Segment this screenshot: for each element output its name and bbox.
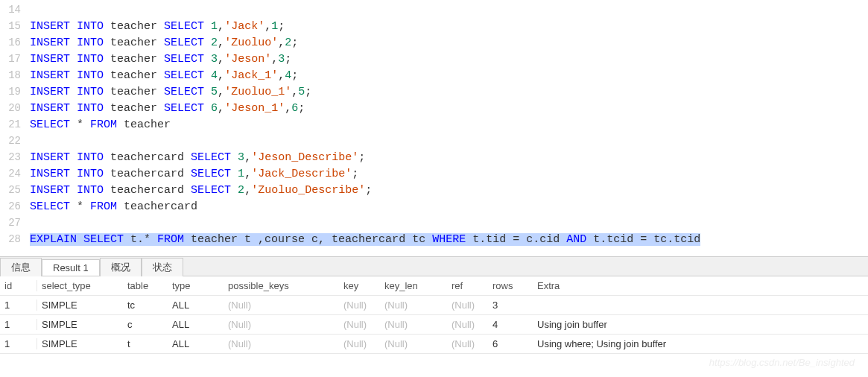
code-line[interactable]: 19INSERT INTO teacher SELECT 5,'Zuoluo_1… bbox=[0, 83, 868, 100]
tab-概况[interactable]: 概况 bbox=[100, 258, 142, 276]
line-number: 27 bbox=[0, 217, 30, 229]
grid-cell[interactable]: 6 bbox=[488, 338, 533, 349]
grid-cell[interactable]: 4 bbox=[488, 319, 533, 330]
code-content[interactable]: SELECT * FROM teacher bbox=[30, 118, 171, 131]
grid-cell[interactable]: ALL bbox=[168, 338, 224, 349]
column-header[interactable]: key bbox=[339, 280, 380, 291]
line-number: 22 bbox=[0, 135, 30, 147]
grid-cell[interactable]: ALL bbox=[168, 319, 224, 330]
column-header[interactable]: select_type bbox=[37, 280, 123, 291]
line-number: 15 bbox=[0, 20, 30, 32]
code-line[interactable]: 26SELECT * FROM teachercard bbox=[0, 198, 868, 215]
grid-cell[interactable]: (Null) bbox=[380, 338, 447, 349]
code-line[interactable]: 15INSERT INTO teacher SELECT 1,'Jack',1; bbox=[0, 18, 868, 34]
line-number: 26 bbox=[0, 200, 30, 212]
grid-cell[interactable]: (Null) bbox=[447, 300, 488, 311]
code-line[interactable]: 24INSERT INTO teachercard SELECT 1,'Jack… bbox=[0, 165, 868, 182]
grid-cell[interactable]: (Null) bbox=[380, 300, 447, 311]
sql-editor[interactable]: 1415INSERT INTO teacher SELECT 1,'Jack',… bbox=[0, 0, 868, 249]
code-line[interactable]: 20INSERT INTO teacher SELECT 6,'Jeson_1'… bbox=[0, 100, 868, 116]
code-line[interactable]: 16INSERT INTO teacher SELECT 2,'Zuoluo',… bbox=[0, 34, 868, 51]
column-header[interactable]: table bbox=[123, 280, 168, 291]
table-row[interactable]: 1SIMPLEtcALL(Null)(Null)(Null)(Null)3 bbox=[0, 296, 868, 315]
line-number: 17 bbox=[0, 53, 30, 65]
results-panel: 信息Result 1概况状态 idselect_typetabletypepos… bbox=[0, 256, 868, 354]
grid-cell[interactable]: t bbox=[123, 338, 168, 349]
code-content[interactable]: EXPLAIN SELECT t.* FROM teacher t ,cours… bbox=[30, 233, 700, 246]
column-header[interactable]: ref bbox=[447, 280, 488, 291]
table-row[interactable]: 1SIMPLEtALL(Null)(Null)(Null)(Null)6Usin… bbox=[0, 335, 868, 354]
code-line[interactable]: 27 bbox=[0, 215, 868, 231]
column-header[interactable]: possible_keys bbox=[224, 280, 339, 291]
column-header[interactable]: key_len bbox=[380, 280, 447, 291]
tab-result-1[interactable]: Result 1 bbox=[42, 259, 100, 276]
code-content[interactable]: INSERT INTO teacher SELECT 3,'Jeson',3; bbox=[30, 53, 291, 66]
line-number: 28 bbox=[0, 233, 30, 245]
code-line[interactable]: 18INSERT INTO teacher SELECT 4,'Jack_1',… bbox=[0, 67, 868, 83]
code-line[interactable]: 25INSERT INTO teachercard SELECT 2,'Zuol… bbox=[0, 182, 868, 198]
grid-cell[interactable]: 1 bbox=[0, 319, 37, 330]
grid-cell[interactable]: 1 bbox=[0, 338, 37, 349]
tab-信息[interactable]: 信息 bbox=[0, 258, 42, 276]
grid-cell[interactable]: 3 bbox=[488, 300, 533, 311]
column-header[interactable]: rows bbox=[488, 280, 533, 291]
line-number: 23 bbox=[0, 151, 30, 163]
code-content[interactable]: INSERT INTO teachercard SELECT 3,'Jeson_… bbox=[30, 151, 365, 164]
code-content[interactable]: SELECT * FROM teachercard bbox=[30, 200, 197, 213]
code-content[interactable]: INSERT INTO teacher SELECT 5,'Zuoluo_1',… bbox=[30, 86, 311, 98]
line-number: 24 bbox=[0, 168, 30, 180]
code-content[interactable]: INSERT INTO teacher SELECT 2,'Zuoluo',2; bbox=[30, 37, 298, 49]
grid-cell[interactable]: (Null) bbox=[339, 319, 380, 330]
line-number: 16 bbox=[0, 37, 30, 48]
code-line[interactable]: 22 bbox=[0, 133, 868, 149]
grid-cell[interactable]: (Null) bbox=[339, 300, 380, 311]
grid-cell[interactable]: (Null) bbox=[447, 338, 488, 349]
grid-cell[interactable]: Using where; Using join buffer bbox=[533, 338, 756, 349]
grid-cell[interactable]: 1 bbox=[0, 300, 37, 311]
grid-cell[interactable]: tc bbox=[123, 300, 168, 311]
grid-header-row: idselect_typetabletypepossible_keyskeyke… bbox=[0, 276, 868, 296]
tab-状态[interactable]: 状态 bbox=[142, 258, 183, 276]
code-line[interactable]: 21SELECT * FROM teacher bbox=[0, 116, 868, 133]
line-number: 25 bbox=[0, 184, 30, 196]
line-number: 19 bbox=[0, 86, 30, 98]
code-content[interactable]: INSERT INTO teachercard SELECT 2,'Zuoluo… bbox=[30, 184, 372, 197]
grid-cell[interactable]: SIMPLE bbox=[37, 300, 123, 311]
grid-cell[interactable]: (Null) bbox=[339, 338, 380, 349]
code-content[interactable]: INSERT INTO teacher SELECT 1,'Jack',1; bbox=[30, 20, 285, 33]
grid-cell[interactable]: ALL bbox=[168, 300, 224, 311]
column-header[interactable]: type bbox=[168, 280, 224, 291]
grid-cell[interactable]: c bbox=[123, 319, 168, 330]
code-content[interactable]: INSERT INTO teacher SELECT 6,'Jeson_1',6… bbox=[30, 102, 305, 115]
result-grid[interactable]: idselect_typetabletypepossible_keyskeyke… bbox=[0, 276, 868, 354]
code-line[interactable]: 28EXPLAIN SELECT t.* FROM teacher t ,cou… bbox=[0, 231, 868, 247]
table-row[interactable]: 1SIMPLEcALL(Null)(Null)(Null)(Null)4Usin… bbox=[0, 315, 868, 335]
column-header[interactable]: Extra bbox=[533, 280, 756, 291]
grid-cell[interactable]: (Null) bbox=[224, 338, 339, 349]
code-content[interactable]: INSERT INTO teachercard SELECT 1,'Jack_D… bbox=[30, 168, 358, 180]
grid-cell[interactable]: SIMPLE bbox=[37, 319, 123, 330]
line-number: 18 bbox=[0, 69, 30, 81]
grid-cell[interactable]: (Null) bbox=[447, 319, 488, 330]
line-number: 14 bbox=[0, 4, 30, 16]
code-content[interactable]: INSERT INTO teacher SELECT 4,'Jack_1',4; bbox=[30, 69, 298, 82]
line-number: 20 bbox=[0, 102, 30, 114]
grid-cell[interactable]: Using join buffer bbox=[533, 319, 756, 330]
code-line[interactable]: 17INSERT INTO teacher SELECT 3,'Jeson',3… bbox=[0, 51, 868, 67]
grid-cell[interactable]: SIMPLE bbox=[37, 338, 123, 349]
grid-cell[interactable]: (Null) bbox=[224, 300, 339, 311]
grid-cell[interactable]: (Null) bbox=[380, 319, 447, 330]
line-number: 21 bbox=[0, 118, 30, 130]
code-line[interactable]: 23INSERT INTO teachercard SELECT 3,'Jeso… bbox=[0, 149, 868, 165]
code-line[interactable]: 14 bbox=[0, 1, 868, 18]
tabs-bar: 信息Result 1概况状态 bbox=[0, 257, 868, 276]
column-header[interactable]: id bbox=[0, 280, 37, 291]
grid-cell[interactable]: (Null) bbox=[224, 319, 339, 330]
